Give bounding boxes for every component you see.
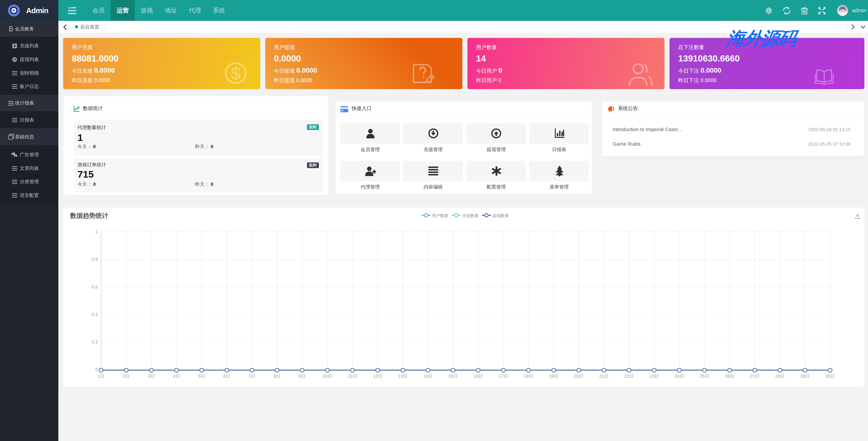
svg-text:24日: 24日	[675, 374, 684, 379]
svg-text:25日: 25日	[700, 374, 709, 379]
svg-text:7日: 7日	[248, 374, 255, 379]
svg-text:19日: 19日	[549, 374, 558, 379]
svg-text:0.2: 0.2	[92, 339, 98, 344]
svg-text:8日: 8日	[273, 374, 280, 379]
svg-text:2日: 2日	[123, 374, 130, 379]
svg-text:1: 1	[95, 229, 98, 234]
svg-text:0.4: 0.4	[92, 312, 98, 317]
svg-text:10日: 10日	[322, 374, 332, 379]
svg-text:11日: 11日	[348, 374, 357, 379]
svg-text:21日: 21日	[599, 374, 609, 379]
svg-text:12日: 12日	[373, 374, 382, 379]
svg-text:20日: 20日	[574, 374, 583, 379]
svg-text:14日: 14日	[423, 374, 433, 379]
svg-text:$: $	[231, 64, 241, 83]
svg-text:5日: 5日	[198, 374, 205, 379]
svg-text:18日: 18日	[524, 374, 533, 379]
svg-text:0.6: 0.6	[92, 284, 98, 290]
svg-text:0.8: 0.8	[92, 257, 98, 262]
svg-text:16日: 16日	[473, 374, 483, 379]
svg-text:26日: 26日	[725, 374, 734, 379]
svg-text:27日: 27日	[750, 374, 760, 379]
svg-text:17日: 17日	[498, 374, 508, 379]
svg-text:3日: 3日	[148, 374, 155, 379]
svg-text:15日: 15日	[448, 374, 458, 379]
svg-text:22日: 22日	[624, 374, 634, 379]
svg-text:0: 0	[95, 367, 98, 372]
svg-text:28日: 28日	[775, 374, 785, 379]
svg-text:9日: 9日	[299, 374, 306, 379]
svg-text:4日: 4日	[173, 374, 180, 379]
svg-text:13日: 13日	[398, 374, 407, 379]
svg-text:23日: 23日	[649, 374, 659, 379]
svg-text:1日: 1日	[97, 374, 104, 379]
svg-text:29日: 29日	[800, 374, 810, 379]
svg-text:6日: 6日	[223, 374, 230, 379]
svg-text:30日: 30日	[825, 374, 835, 379]
